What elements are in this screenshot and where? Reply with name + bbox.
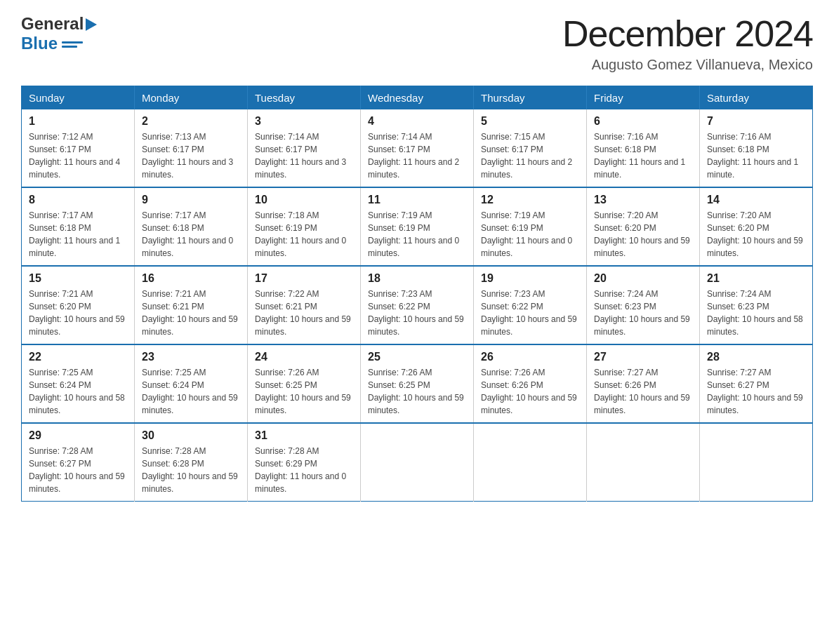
day-info: Sunrise: 7:28 AMSunset: 6:29 PMDaylight:…: [255, 445, 353, 495]
day-number: 2: [142, 115, 240, 128]
day-number: 1: [29, 115, 127, 128]
table-row: 17Sunrise: 7:22 AMSunset: 6:21 PMDayligh…: [248, 266, 361, 344]
day-info: Sunrise: 7:20 AMSunset: 6:20 PMDaylight:…: [594, 209, 692, 260]
day-info: Sunrise: 7:14 AMSunset: 6:17 PMDaylight:…: [255, 130, 353, 181]
table-row: 23Sunrise: 7:25 AMSunset: 6:24 PMDayligh…: [135, 344, 248, 423]
day-number: 11: [368, 194, 466, 206]
day-number: 5: [481, 115, 579, 128]
day-info: Sunrise: 7:23 AMSunset: 6:22 PMDaylight:…: [368, 288, 466, 338]
day-number: 7: [707, 115, 805, 128]
day-number: 9: [142, 194, 240, 206]
header-monday: Monday: [135, 86, 248, 110]
day-number: 29: [29, 429, 127, 442]
day-number: 22: [29, 351, 127, 363]
day-number: 24: [255, 351, 353, 363]
day-number: 19: [481, 272, 579, 285]
day-info: Sunrise: 7:16 AMSunset: 6:18 PMDaylight:…: [707, 130, 805, 181]
table-row: 20Sunrise: 7:24 AMSunset: 6:23 PMDayligh…: [587, 266, 700, 344]
day-info: Sunrise: 7:19 AMSunset: 6:19 PMDaylight:…: [368, 209, 466, 260]
day-number: 4: [368, 115, 466, 128]
day-info: Sunrise: 7:14 AMSunset: 6:17 PMDaylight:…: [368, 130, 466, 181]
weekday-header-row: Sunday Monday Tuesday Wednesday Thursday…: [22, 86, 813, 110]
table-row: 27Sunrise: 7:27 AMSunset: 6:26 PMDayligh…: [587, 344, 700, 423]
location-subtitle: Augusto Gomez Villanueva, Mexico: [562, 57, 813, 73]
day-info: Sunrise: 7:22 AMSunset: 6:21 PMDaylight:…: [255, 288, 353, 338]
day-info: Sunrise: 7:26 AMSunset: 6:26 PMDaylight:…: [481, 366, 579, 417]
calendar-week-row: 1Sunrise: 7:12 AMSunset: 6:17 PMDaylight…: [22, 109, 813, 187]
table-row: 16Sunrise: 7:21 AMSunset: 6:21 PMDayligh…: [135, 266, 248, 344]
day-info: Sunrise: 7:21 AMSunset: 6:21 PMDaylight:…: [142, 288, 240, 338]
day-number: 23: [142, 351, 240, 363]
calendar-week-row: 8Sunrise: 7:17 AMSunset: 6:18 PMDaylight…: [22, 187, 813, 266]
day-info: Sunrise: 7:17 AMSunset: 6:18 PMDaylight:…: [29, 209, 127, 260]
table-row: 10Sunrise: 7:18 AMSunset: 6:19 PMDayligh…: [248, 187, 361, 266]
day-number: 18: [368, 272, 466, 285]
table-row: 19Sunrise: 7:23 AMSunset: 6:22 PMDayligh…: [474, 266, 587, 344]
table-row: 22Sunrise: 7:25 AMSunset: 6:24 PMDayligh…: [22, 344, 135, 423]
day-number: 8: [29, 194, 127, 206]
day-number: 20: [594, 272, 692, 285]
calendar-week-row: 15Sunrise: 7:21 AMSunset: 6:20 PMDayligh…: [22, 266, 813, 344]
day-number: 31: [255, 429, 353, 442]
day-info: Sunrise: 7:12 AMSunset: 6:17 PMDaylight:…: [29, 130, 127, 181]
day-info: Sunrise: 7:25 AMSunset: 6:24 PMDaylight:…: [29, 366, 127, 417]
day-number: 12: [481, 194, 579, 206]
table-row: 3Sunrise: 7:14 AMSunset: 6:17 PMDaylight…: [248, 109, 361, 187]
table-row: 1Sunrise: 7:12 AMSunset: 6:17 PMDaylight…: [22, 109, 135, 187]
day-info: Sunrise: 7:23 AMSunset: 6:22 PMDaylight:…: [481, 288, 579, 338]
table-row: [587, 423, 700, 502]
calendar-week-row: 22Sunrise: 7:25 AMSunset: 6:24 PMDayligh…: [22, 344, 813, 423]
day-info: Sunrise: 7:18 AMSunset: 6:19 PMDaylight:…: [255, 209, 353, 260]
day-number: 26: [481, 351, 579, 363]
day-info: Sunrise: 7:17 AMSunset: 6:18 PMDaylight:…: [142, 209, 240, 260]
table-row: 13Sunrise: 7:20 AMSunset: 6:20 PMDayligh…: [587, 187, 700, 266]
header-wednesday: Wednesday: [361, 86, 474, 110]
header-friday: Friday: [587, 86, 700, 110]
day-number: 17: [255, 272, 353, 285]
day-number: 13: [594, 194, 692, 206]
logo: General Blue: [21, 14, 97, 53]
logo-blue-text: Blue: [21, 34, 58, 53]
day-number: 15: [29, 272, 127, 285]
calendar-table: Sunday Monday Tuesday Wednesday Thursday…: [21, 86, 813, 502]
day-info: Sunrise: 7:26 AMSunset: 6:25 PMDaylight:…: [368, 366, 466, 417]
table-row: 21Sunrise: 7:24 AMSunset: 6:23 PMDayligh…: [700, 266, 813, 344]
day-info: Sunrise: 7:24 AMSunset: 6:23 PMDaylight:…: [707, 288, 805, 338]
table-row: 15Sunrise: 7:21 AMSunset: 6:20 PMDayligh…: [22, 266, 135, 344]
table-row: 4Sunrise: 7:14 AMSunset: 6:17 PMDaylight…: [361, 109, 474, 187]
table-row: 28Sunrise: 7:27 AMSunset: 6:27 PMDayligh…: [700, 344, 813, 423]
day-info: Sunrise: 7:15 AMSunset: 6:17 PMDaylight:…: [481, 130, 579, 181]
day-info: Sunrise: 7:26 AMSunset: 6:25 PMDaylight:…: [255, 366, 353, 417]
page-header: General Blue December 2024 Augusto Gomez…: [21, 14, 813, 73]
day-info: Sunrise: 7:13 AMSunset: 6:17 PMDaylight:…: [142, 130, 240, 181]
day-info: Sunrise: 7:28 AMSunset: 6:27 PMDaylight:…: [29, 445, 127, 495]
table-row: 12Sunrise: 7:19 AMSunset: 6:19 PMDayligh…: [474, 187, 587, 266]
table-row: 6Sunrise: 7:16 AMSunset: 6:18 PMDaylight…: [587, 109, 700, 187]
table-row: 24Sunrise: 7:26 AMSunset: 6:25 PMDayligh…: [248, 344, 361, 423]
day-number: 21: [707, 272, 805, 285]
header-sunday: Sunday: [22, 86, 135, 110]
table-row: 9Sunrise: 7:17 AMSunset: 6:18 PMDaylight…: [135, 187, 248, 266]
table-row: [700, 423, 813, 502]
table-row: 8Sunrise: 7:17 AMSunset: 6:18 PMDaylight…: [22, 187, 135, 266]
day-number: 14: [707, 194, 805, 206]
day-number: 6: [594, 115, 692, 128]
table-row: 30Sunrise: 7:28 AMSunset: 6:28 PMDayligh…: [135, 423, 248, 502]
logo-general-text: General: [21, 14, 84, 34]
title-area: December 2024 Augusto Gomez Villanueva, …: [562, 14, 813, 73]
table-row: [474, 423, 587, 502]
day-number: 27: [594, 351, 692, 363]
day-info: Sunrise: 7:25 AMSunset: 6:24 PMDaylight:…: [142, 366, 240, 417]
day-number: 28: [707, 351, 805, 363]
day-info: Sunrise: 7:27 AMSunset: 6:26 PMDaylight:…: [594, 366, 692, 417]
day-info: Sunrise: 7:20 AMSunset: 6:20 PMDaylight:…: [707, 209, 805, 260]
table-row: 2Sunrise: 7:13 AMSunset: 6:17 PMDaylight…: [135, 109, 248, 187]
table-row: 5Sunrise: 7:15 AMSunset: 6:17 PMDaylight…: [474, 109, 587, 187]
table-row: 11Sunrise: 7:19 AMSunset: 6:19 PMDayligh…: [361, 187, 474, 266]
table-row: 25Sunrise: 7:26 AMSunset: 6:25 PMDayligh…: [361, 344, 474, 423]
header-saturday: Saturday: [700, 86, 813, 110]
day-info: Sunrise: 7:21 AMSunset: 6:20 PMDaylight:…: [29, 288, 127, 338]
day-number: 30: [142, 429, 240, 442]
table-row: 14Sunrise: 7:20 AMSunset: 6:20 PMDayligh…: [700, 187, 813, 266]
table-row: 18Sunrise: 7:23 AMSunset: 6:22 PMDayligh…: [361, 266, 474, 344]
